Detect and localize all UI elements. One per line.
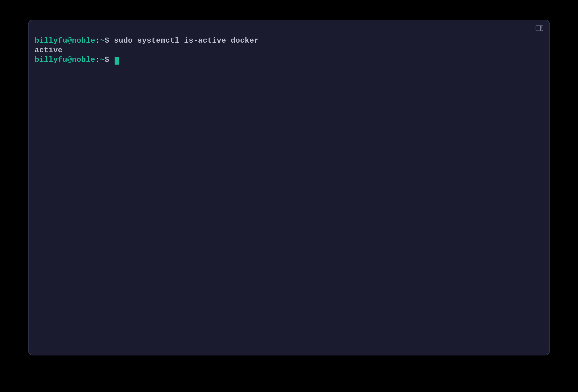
terminal-content[interactable]: billyfu@noble:~$ sudo systemctl is-activ… (29, 20, 549, 71)
command-text: sudo systemctl is-active docker (114, 36, 259, 45)
prompt-user-host: billyfu@noble (35, 36, 95, 45)
prompt-dollar: $ (105, 36, 110, 45)
terminal-line-command: billyfu@noble:~$ sudo systemctl is-activ… (35, 36, 543, 45)
terminal-window[interactable]: billyfu@noble:~$ sudo systemctl is-activ… (28, 20, 550, 355)
prompt-path: ~ (100, 55, 105, 64)
prompt-colon: : (95, 55, 100, 64)
terminal-output-line: active (35, 45, 543, 55)
prompt-path: ~ (100, 36, 105, 45)
terminal-current-prompt-line: billyfu@noble:~$ (35, 55, 543, 65)
command-text (109, 36, 114, 45)
cursor-block (115, 57, 119, 65)
output-text: active (35, 46, 63, 54)
prompt-user-host: billyfu@noble (35, 55, 95, 64)
prompt-dollar: $ (105, 55, 110, 64)
svg-rect-0 (536, 26, 543, 31)
panel-toggle-icon[interactable] (535, 25, 544, 32)
window-controls (535, 25, 544, 32)
prompt-colon: : (95, 36, 100, 45)
